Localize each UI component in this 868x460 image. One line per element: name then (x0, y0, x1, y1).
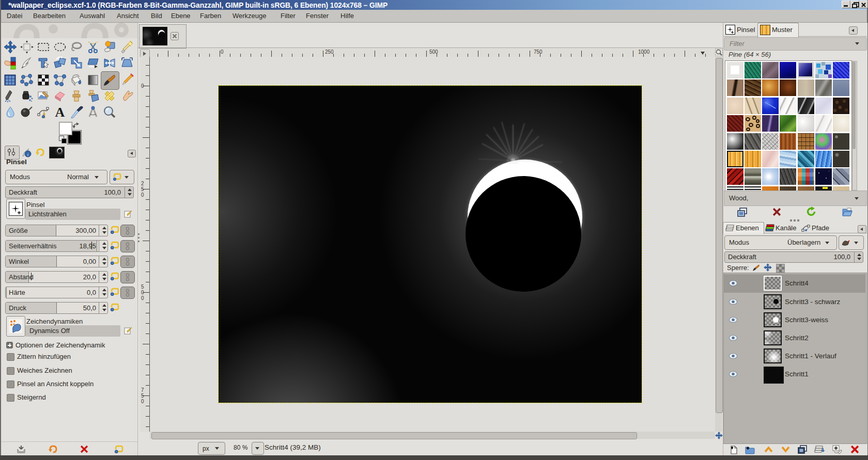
svg-text:A: A (55, 105, 65, 119)
